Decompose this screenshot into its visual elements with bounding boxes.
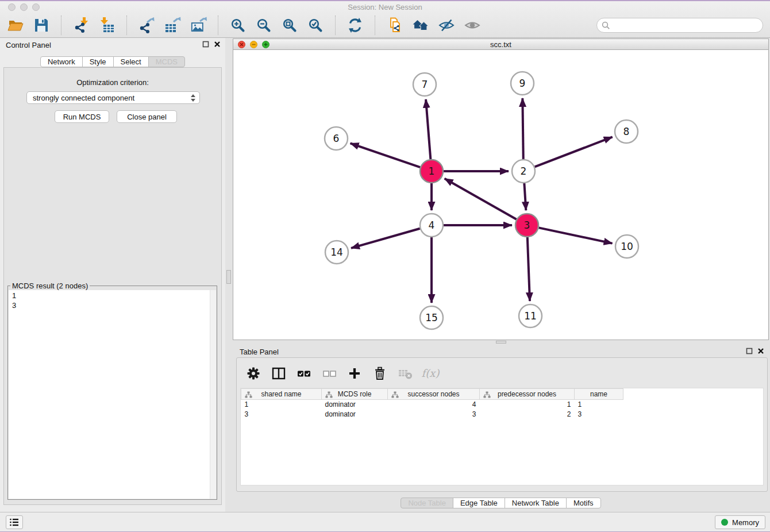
mcds-result-group: MCDS result (2 nodes) 1 3 (7, 282, 217, 500)
tab-mcds[interactable]: MCDS (148, 56, 185, 67)
first-neighbors-button[interactable] (411, 16, 430, 35)
tab-select[interactable]: Select (113, 56, 149, 67)
graph-edge-3-10[interactable] (539, 228, 613, 243)
graph-edge-3-1[interactable] (445, 179, 517, 219)
network-graph[interactable]: 7968124314101511 (233, 50, 768, 340)
graph-edge-3-11[interactable] (528, 237, 530, 301)
result-scrollbar[interactable] (210, 290, 216, 499)
delete-table-button-disabled (398, 366, 413, 381)
zoom-in-button[interactable] (228, 16, 248, 35)
zoom-out-button[interactable] (254, 16, 274, 35)
tab-network[interactable]: Network (40, 56, 83, 67)
application-window: Session: New Session (0, 0, 770, 532)
toolbar-separator (218, 16, 218, 35)
tab-node-table[interactable]: Node Table (401, 498, 453, 508)
splitter-handle[interactable] (226, 270, 231, 284)
unselect-all-columns-button[interactable] (322, 366, 337, 381)
table-cell[interactable]: 3 (388, 410, 480, 419)
graph-edge-1-6[interactable] (351, 143, 421, 167)
table-row[interactable]: 1dominator411 (241, 400, 623, 410)
close-panel-icon[interactable] (757, 348, 764, 354)
graph-node-label: 9 (519, 78, 526, 89)
export-image-button[interactable] (188, 16, 208, 35)
splitter-handle[interactable] (496, 341, 506, 344)
column-header-successor-nodes[interactable]: successor nodes (388, 389, 480, 400)
tab-motifs[interactable]: Motifs (566, 498, 601, 508)
table-cell[interactable]: dominator (322, 410, 388, 419)
eye-slash-icon (438, 17, 455, 34)
graph-edge-4-14[interactable] (351, 229, 420, 248)
select-all-columns-button[interactable] (297, 366, 311, 381)
panel-splitter-horizontal[interactable] (233, 340, 769, 345)
open-session-button[interactable] (6, 16, 25, 35)
close-panel-button[interactable]: Close panel (117, 110, 177, 123)
table-panel-tabs: Node Table Edge Table Network Table Moti… (233, 498, 769, 508)
export-table-button[interactable] (163, 16, 182, 35)
show-all-button[interactable] (463, 16, 482, 35)
save-icon (33, 17, 49, 33)
table-toolbar: f(x) (237, 358, 767, 383)
split-view-button[interactable] (271, 366, 286, 381)
column-header-predecessor-nodes[interactable]: predecessor nodes (480, 389, 575, 400)
app-titlebar: Session: New Session (0, 1, 770, 13)
task-history-button[interactable] (6, 515, 23, 529)
float-panel-icon[interactable] (746, 348, 753, 354)
apply-layout-button[interactable] (345, 16, 365, 35)
table-cell[interactable]: 1 (480, 400, 575, 410)
control-panel-title: Control Panel (6, 41, 51, 49)
import-network-button[interactable] (71, 16, 91, 35)
tab-edge-table[interactable]: Edge Table (453, 498, 505, 508)
table-cell[interactable]: 3 (575, 410, 623, 419)
gear-icon (246, 366, 261, 381)
table-row[interactable]: 3dominator323 (241, 410, 623, 419)
column-type-icon (483, 391, 491, 398)
save-session-button[interactable] (32, 16, 51, 35)
graph-edge-1-7[interactable] (426, 99, 430, 159)
column-header-mcds-role[interactable]: MCDS role (322, 389, 388, 400)
hide-selected-button[interactable] (437, 16, 456, 35)
import-table-button[interactable] (97, 16, 117, 35)
run-mcds-button[interactable]: Run MCDS (55, 110, 109, 123)
zoom-fit-button[interactable] (280, 16, 299, 35)
import-table-icon (98, 17, 116, 34)
graph-node-label: 7 (422, 79, 428, 90)
mcds-result-text: 1 3 (9, 290, 216, 311)
node-table: shared name MCDS role successor nodes (241, 388, 623, 419)
panel-splitter-vertical[interactable] (225, 38, 233, 512)
table-cell[interactable]: 3 (241, 410, 322, 419)
zoom-selected-button[interactable] (306, 16, 325, 35)
add-column-button[interactable] (347, 366, 362, 381)
network-canvas[interactable]: 7968124314101511 (233, 50, 768, 340)
close-panel-icon[interactable] (214, 41, 221, 48)
clone-network-button[interactable] (385, 16, 405, 35)
table-header-row: shared name MCDS role successor nodes (241, 389, 623, 400)
export-network-button[interactable] (137, 16, 156, 35)
tab-style[interactable]: Style (82, 56, 114, 67)
column-header-shared-name[interactable]: shared name (241, 389, 322, 400)
search-input[interactable] (610, 21, 758, 30)
memory-button[interactable]: Memory (715, 515, 765, 529)
graph-edge-2-3[interactable] (524, 183, 526, 210)
graph-edge-2-9[interactable] (522, 98, 523, 159)
network-window-titlebar: scc.txt (233, 39, 768, 50)
column-header-name[interactable]: name (575, 389, 623, 400)
table-settings-button[interactable] (246, 366, 261, 381)
open-folder-icon (7, 17, 24, 34)
table-cell[interactable]: 1 (575, 400, 623, 410)
float-panel-icon[interactable] (202, 41, 209, 48)
search-icon (602, 21, 610, 30)
table-cell[interactable]: 1 (241, 400, 322, 410)
graph-edge-2-8[interactable] (535, 137, 613, 167)
criterion-select[interactable]: strongly connected component (26, 91, 200, 104)
delete-column-button[interactable] (372, 366, 387, 381)
graph-node-label: 8 (623, 126, 630, 137)
eye-icon (464, 17, 481, 34)
search-box (596, 18, 763, 33)
tab-network-table[interactable]: Network Table (505, 498, 567, 508)
app-title: Session: New Session (0, 3, 770, 11)
table-cell[interactable]: 4 (388, 400, 480, 410)
graph-node-label: 10 (621, 241, 633, 252)
table-cell[interactable]: dominator (322, 400, 388, 410)
table-cell[interactable]: 2 (480, 410, 575, 419)
table-panel-header: Table Panel (233, 345, 769, 358)
